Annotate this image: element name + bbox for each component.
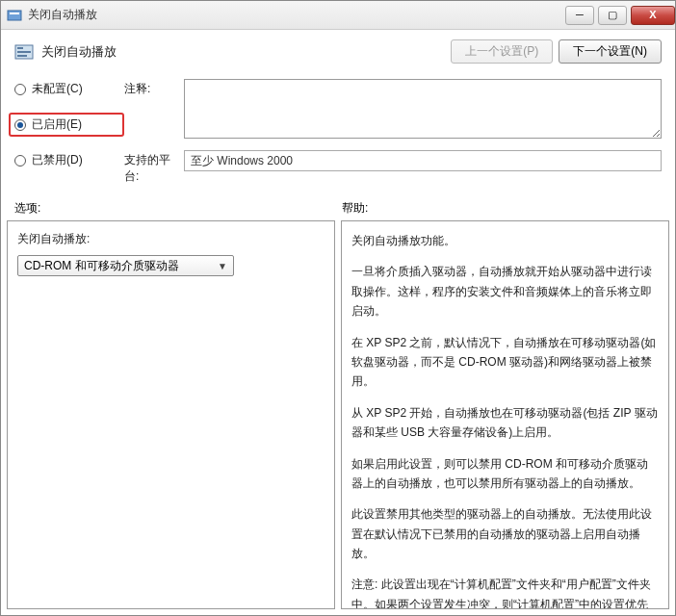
help-panel: 关闭自动播放功能。 一旦将介质插入驱动器，自动播放就开始从驱动器中进行读取操作。… (341, 220, 669, 609)
help-text: 此设置禁用其他类型的驱动器上的自动播放。无法使用此设置在默认情况下已禁用的自动播… (351, 504, 659, 563)
svg-rect-1 (10, 13, 19, 14)
help-header: 帮助: (338, 200, 662, 217)
help-text: 从 XP SP2 开始，自动播放也在可移动驱动器(包括 ZIP 驱动器和某些 U… (351, 403, 659, 443)
app-icon (7, 8, 22, 23)
window-titlebar: 关闭自动播放 ─ ▢ X (1, 1, 675, 30)
help-text: 如果启用此设置，则可以禁用 CD-ROM 和可移动介质驱动器上的自动播放，也可以… (351, 454, 659, 494)
radio-label: 已禁用(D) (32, 152, 83, 168)
options-header: 选项: (14, 200, 338, 217)
minimize-icon: ─ (576, 10, 584, 20)
window-title: 关闭自动播放 (28, 7, 561, 23)
radio-not-configured[interactable]: 未配置(C) (14, 79, 124, 99)
radio-enabled[interactable]: 已启用(E) (9, 113, 124, 137)
autoplay-off-label: 关闭自动播放: (17, 231, 325, 247)
minimize-button[interactable]: ─ (565, 6, 594, 25)
radio-disabled[interactable]: 已禁用(D) (14, 150, 124, 170)
close-icon: X (649, 10, 656, 20)
svg-rect-5 (17, 55, 27, 57)
next-setting-button[interactable]: 下一个设置(N) (559, 39, 662, 64)
radio-icon (14, 155, 26, 167)
previous-setting-button[interactable]: 上一个设置(P) (451, 39, 553, 64)
radio-label: 已启用(E) (32, 116, 82, 133)
drive-type-select[interactable]: CD-ROM 和可移动介质驱动器 ▼ (17, 255, 234, 276)
comment-label: 注释: (124, 79, 184, 139)
platform-value: 至少 Windows 2000 (184, 150, 662, 171)
maximize-icon: ▢ (608, 10, 617, 20)
platform-label: 支持的平台: (124, 150, 184, 185)
svg-rect-4 (17, 51, 31, 53)
select-value: CD-ROM 和可移动介质驱动器 (24, 258, 216, 274)
help-text: 注意: 此设置出现在“计算机配置”文件夹和“用户配置”文件夹中。如果两个设置发生… (351, 575, 659, 609)
radio-icon (14, 119, 26, 131)
setting-icon (14, 42, 34, 62)
page-title: 关闭自动播放 (41, 43, 451, 61)
svg-rect-3 (17, 47, 23, 49)
maximize-button[interactable]: ▢ (598, 6, 627, 25)
svg-rect-0 (8, 11, 21, 20)
options-panel: 关闭自动播放: CD-ROM 和可移动介质驱动器 ▼ (7, 220, 335, 609)
help-text: 一旦将介质插入驱动器，自动播放就开始从驱动器中进行读取操作。这样，程序的安装文件… (351, 262, 659, 321)
help-text: 关闭自动播放功能。 (351, 231, 659, 250)
close-button[interactable]: X (631, 6, 675, 25)
comment-textarea[interactable] (184, 79, 662, 139)
help-text: 在 XP SP2 之前，默认情况下，自动播放在可移动驱动器(如软盘驱动器，而不是… (351, 333, 659, 392)
radio-icon (14, 84, 26, 95)
radio-label: 未配置(C) (32, 81, 83, 97)
chevron-down-icon: ▼ (216, 261, 229, 271)
